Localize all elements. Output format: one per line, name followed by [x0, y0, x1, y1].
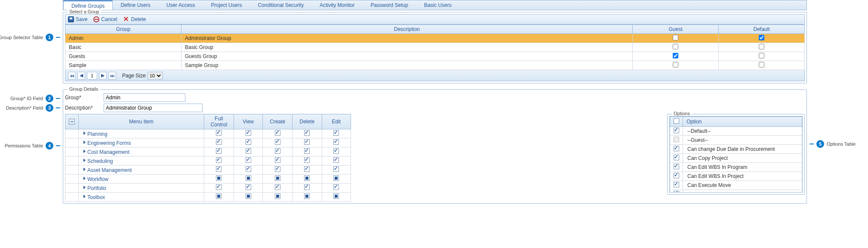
expand-icon[interactable]: [82, 131, 87, 136]
default-checkbox[interactable]: [759, 62, 764, 67]
expand-icon[interactable]: [82, 158, 87, 163]
table-row[interactable]: Can Edit WBS In Program: [670, 163, 802, 172]
select-all-checkbox[interactable]: [674, 118, 679, 124]
table-row[interactable]: Can Lock/Unlock Schedules: [670, 190, 802, 193]
table-row[interactable]: Planning: [65, 129, 351, 138]
table-row[interactable]: AdminAdministrator Group: [65, 34, 805, 43]
perm-checkbox[interactable]: [216, 139, 222, 145]
table-row[interactable]: Asset Management: [65, 165, 351, 175]
option-checkbox[interactable]: [674, 128, 679, 133]
default-checkbox[interactable]: [759, 53, 764, 58]
perm-checkbox[interactable]: [304, 130, 310, 136]
save-button[interactable]: Save: [68, 16, 87, 22]
opt-col-option[interactable]: Option: [683, 117, 802, 127]
collapse-all-icon[interactable]: [69, 119, 75, 125]
expand-icon[interactable]: [82, 149, 87, 154]
perm-checkbox[interactable]: [304, 184, 310, 190]
perm-checkbox[interactable]: [333, 130, 339, 136]
perm-checkbox[interactable]: [246, 175, 251, 181]
perm-checkbox[interactable]: [246, 148, 251, 154]
perm-col-menuitem[interactable]: Menu Item: [79, 114, 204, 129]
perm-checkbox[interactable]: [246, 157, 251, 163]
perm-checkbox[interactable]: [304, 175, 310, 181]
table-row[interactable]: Can Execute Move: [670, 181, 802, 190]
perm-checkbox[interactable]: [216, 157, 222, 163]
option-checkbox[interactable]: [674, 191, 679, 193]
perm-checkbox[interactable]: [246, 139, 251, 145]
perm-checkbox[interactable]: [333, 148, 339, 154]
perm-checkbox[interactable]: [333, 139, 339, 145]
tab-define-groups[interactable]: Define Groups: [63, 0, 113, 10]
table-row[interactable]: Toolbox: [65, 193, 351, 202]
table-row[interactable]: Can Copy Project: [670, 154, 802, 163]
table-row[interactable]: GuestsGuests Group: [65, 52, 805, 61]
perm-checkbox[interactable]: [216, 193, 222, 199]
delete-button[interactable]: Delete: [123, 16, 146, 22]
col-group[interactable]: Group: [65, 25, 182, 34]
table-row[interactable]: Portfolio: [65, 184, 351, 193]
perm-checkbox[interactable]: [275, 157, 280, 163]
permissions-table[interactable]: Menu Item Full Control View Create Delet…: [65, 114, 351, 202]
opt-col-check[interactable]: [670, 117, 683, 127]
perm-checkbox[interactable]: [304, 148, 310, 154]
table-row[interactable]: Cost Management: [65, 147, 351, 156]
perm-checkbox[interactable]: [275, 175, 280, 181]
table-row[interactable]: Can Edit WBS In Project: [670, 172, 802, 181]
perm-checkbox[interactable]: [216, 184, 222, 190]
tab-project-users[interactable]: Project Users: [203, 0, 250, 10]
table-row[interactable]: Engineering Forms: [65, 138, 351, 147]
options-table[interactable]: Option --Default----Guest--Can change Du…: [670, 116, 802, 193]
perm-checkbox[interactable]: [216, 175, 222, 181]
expand-icon[interactable]: [82, 176, 87, 181]
perm-checkbox[interactable]: [275, 148, 280, 154]
description-field[interactable]: [104, 104, 203, 112]
perm-col-edit[interactable]: Edit: [322, 114, 351, 129]
perm-checkbox[interactable]: [333, 175, 339, 181]
group-selector-table[interactable]: Group Description Guest Default AdminAdm…: [65, 24, 805, 70]
guest-checkbox[interactable]: [673, 53, 678, 58]
perm-col-create[interactable]: Create: [263, 114, 292, 129]
perm-checkbox[interactable]: [333, 184, 339, 190]
guest-checkbox[interactable]: [673, 44, 678, 49]
table-row[interactable]: --Guest--: [670, 136, 802, 145]
guest-checkbox[interactable]: [673, 35, 678, 40]
perm-checkbox[interactable]: [246, 184, 251, 190]
tab-define-users[interactable]: Define Users: [113, 0, 158, 10]
tab-user-access[interactable]: User Access: [159, 0, 203, 10]
expand-icon[interactable]: [82, 194, 87, 199]
perm-checkbox[interactable]: [333, 166, 339, 172]
perm-checkbox[interactable]: [275, 166, 280, 172]
perm-checkbox[interactable]: [304, 157, 310, 163]
perm-checkbox[interactable]: [246, 193, 251, 199]
option-checkbox[interactable]: [674, 164, 679, 169]
perm-checkbox[interactable]: [216, 130, 222, 136]
pager-next[interactable]: ▶: [99, 72, 107, 80]
tab-activity-monitor[interactable]: Activity Monitor: [312, 0, 363, 10]
pager-prev[interactable]: ◀: [77, 72, 85, 80]
perm-col-full[interactable]: Full Control: [204, 114, 234, 129]
table-row[interactable]: SampleSample Group: [65, 61, 805, 70]
pager-page-input[interactable]: [87, 72, 97, 80]
default-checkbox[interactable]: [759, 44, 764, 49]
page-size-select[interactable]: 10: [148, 72, 163, 80]
tab-password-setup[interactable]: Password Setup: [363, 0, 416, 10]
perm-checkbox[interactable]: [333, 193, 339, 199]
pager-first[interactable]: ⏮: [68, 72, 76, 80]
expand-icon[interactable]: [82, 167, 87, 172]
perm-checkbox[interactable]: [275, 130, 280, 136]
guest-checkbox[interactable]: [673, 62, 678, 67]
default-checkbox[interactable]: [759, 35, 764, 40]
option-checkbox[interactable]: [674, 173, 679, 178]
perm-checkbox[interactable]: [246, 130, 251, 136]
expand-icon[interactable]: [82, 140, 87, 145]
cancel-button[interactable]: Cancel: [93, 16, 117, 22]
option-checkbox[interactable]: [674, 182, 679, 187]
tab-basic-users[interactable]: Basic Users: [416, 0, 460, 10]
option-checkbox[interactable]: [674, 146, 679, 151]
col-default[interactable]: Default: [719, 25, 805, 34]
perm-checkbox[interactable]: [216, 148, 222, 154]
option-checkbox[interactable]: [674, 155, 679, 160]
table-row[interactable]: BasicBasic Group: [65, 43, 805, 52]
tab-conditional-security[interactable]: Conditional Security: [250, 0, 312, 10]
perm-col-expand[interactable]: [65, 114, 79, 129]
